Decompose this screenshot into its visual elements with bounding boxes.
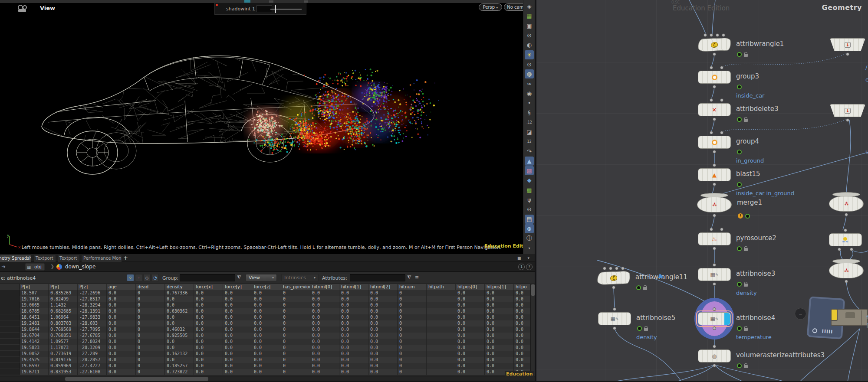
table-row[interactable]: 18.64511.06964-27.98330.000.00.00.00.000… bbox=[0, 314, 530, 320]
column-header[interactable]: hitnum bbox=[398, 284, 427, 290]
node-group4[interactable]: group4in_ground bbox=[698, 136, 731, 149]
lights-off-icon[interactable]: ⊘ bbox=[525, 31, 534, 40]
lock-icon[interactable]: ▣ bbox=[525, 21, 534, 30]
node-name[interactable]: attribnoise4 bbox=[736, 314, 775, 322]
attributes-input[interactable] bbox=[350, 274, 405, 281]
texture-checker-icon[interactable]: ▨ bbox=[525, 166, 534, 175]
node-attribdelete3[interactable]: ✕attribdelete3 bbox=[698, 103, 731, 116]
node-clipped[interactable]: ↓ bbox=[830, 104, 865, 117]
node-name[interactable]: blast15 bbox=[736, 170, 760, 178]
node-name[interactable]: merge1 bbox=[737, 199, 762, 206]
column-header[interactable]: hitpos[1] bbox=[485, 284, 514, 290]
table-row[interactable]: 19.65970.859969-27.42270.000.1852570.00.… bbox=[0, 363, 530, 369]
node-attribwrangle1[interactable]: ζattribwrangle1 bbox=[698, 38, 731, 51]
column-header[interactable]: has_pprevious bbox=[281, 284, 310, 290]
output-connector[interactable] bbox=[713, 326, 716, 330]
breadcrumb-obj[interactable]: ▦ obj bbox=[25, 263, 45, 271]
detail-mode-icon[interactable]: ◔ bbox=[151, 274, 159, 281]
node-name[interactable]: attribwrangle1 bbox=[736, 40, 784, 48]
input-connector[interactable] bbox=[720, 131, 723, 134]
table-row[interactable]: 19.67110.831953-27.61080.000.7238220.00.… bbox=[0, 369, 530, 375]
node-name[interactable]: group4 bbox=[736, 137, 759, 145]
node-attribnoise4[interactable]: ▦✎attribnoise4temperature bbox=[698, 312, 731, 325]
scroll-thumb[interactable] bbox=[531, 284, 535, 296]
stereo-glasses-icon[interactable]: ∞ bbox=[525, 79, 534, 88]
pane-tab-textport[interactable]: Textport✕ bbox=[58, 255, 79, 262]
prim-marker-icon[interactable]: ◪ bbox=[525, 127, 534, 137]
node-attribnoise5[interactable]: ▦✎attribnoise5density bbox=[598, 312, 631, 325]
table-row[interactable]: 19.58231.17073-28.32090.000.00.00.00.000… bbox=[0, 345, 530, 351]
background-image-icon[interactable]: ▤ bbox=[525, 215, 534, 224]
node-name[interactable]: pyrosource2 bbox=[736, 234, 776, 242]
output-connector[interactable] bbox=[846, 52, 849, 56]
node-name[interactable]: attribdelete3 bbox=[736, 105, 779, 113]
attributes-filter-icon[interactable]: ⧨ bbox=[407, 274, 411, 280]
output-connector[interactable] bbox=[713, 118, 716, 121]
input-connector[interactable] bbox=[613, 307, 616, 311]
material-sphere-icon[interactable]: ◍ bbox=[525, 69, 534, 78]
zoom-out-icon[interactable]: – bbox=[795, 308, 806, 320]
output-connector[interactable] bbox=[845, 280, 848, 283]
group-node-icon[interactable] bbox=[698, 136, 731, 149]
input-connector[interactable] bbox=[716, 33, 719, 37]
input-connector[interactable] bbox=[710, 33, 713, 37]
output-connector[interactable] bbox=[846, 118, 849, 122]
input-connector[interactable] bbox=[720, 98, 723, 102]
output-connector[interactable] bbox=[613, 326, 616, 330]
output-connector[interactable] bbox=[612, 286, 615, 289]
node-volumerasterizeattributes3[interactable]: ◍volumerasterizeattributes3 bbox=[698, 349, 731, 362]
multi-pass-icon[interactable]: ⊖ bbox=[525, 205, 534, 214]
breadcrumb-current[interactable]: down_slope bbox=[65, 264, 95, 270]
input-connector[interactable] bbox=[720, 228, 723, 231]
output-connector[interactable] bbox=[850, 248, 853, 251]
group-filter-icon[interactable]: ⧨ bbox=[237, 274, 241, 280]
column-header[interactable]: dead bbox=[136, 284, 165, 290]
intrinsics-dropdown[interactable]: Intrinsics▾ bbox=[281, 274, 319, 281]
hud-slider-value-field[interactable] bbox=[256, 5, 272, 12]
input-connector[interactable] bbox=[615, 267, 618, 270]
input-connector[interactable] bbox=[710, 228, 713, 231]
more-arrow-icon[interactable]: ▾ bbox=[525, 244, 534, 253]
hud-slider-handle[interactable] bbox=[275, 5, 276, 13]
vertices-mode-icon[interactable]: ◦ bbox=[135, 274, 142, 281]
node-attribnoise3[interactable]: ▦✎attribnoise3density bbox=[698, 268, 731, 281]
input-connector[interactable] bbox=[603, 267, 606, 270]
table-vertical-scrollbar[interactable] bbox=[530, 284, 535, 376]
group-node-icon[interactable] bbox=[698, 71, 731, 84]
merge-node-icon[interactable]: ⁂ bbox=[697, 197, 732, 212]
group-input[interactable] bbox=[180, 274, 235, 281]
pane-controls[interactable]: ■ ▾ bbox=[517, 256, 532, 260]
column-header[interactable]: P[x] bbox=[20, 284, 49, 290]
table-row[interactable]: 19.67040.760851-27.67850.000.9255050.00.… bbox=[0, 333, 530, 339]
table-row[interactable]: 19.24810.803703-28.6030.000.00.00.00.000… bbox=[0, 320, 530, 326]
uv-grid-icon[interactable]: ▩ bbox=[525, 186, 534, 195]
link-number-badge[interactable]: 1 bbox=[518, 264, 525, 270]
column-header[interactable]: hitpo bbox=[514, 284, 530, 290]
column-header[interactable]: P[y] bbox=[49, 284, 78, 290]
column-header[interactable]: force[y] bbox=[223, 284, 252, 290]
table-row[interactable]: 19.70160.82499-27.85170.000.00.00.00.000… bbox=[0, 296, 530, 302]
table-row[interactable]: 19.86440.769569-27.70950.000.460320.00.0… bbox=[0, 326, 530, 333]
input-connector[interactable] bbox=[713, 307, 716, 311]
node-name[interactable]: volumerasterizeattributes3 bbox=[736, 351, 825, 359]
viewport-canvas[interactable] bbox=[0, 0, 535, 254]
points-mode-icon[interactable]: ⁘ bbox=[127, 274, 134, 281]
input-connector[interactable] bbox=[609, 267, 612, 270]
output-connector[interactable] bbox=[713, 247, 716, 250]
add-tab-button[interactable]: + bbox=[123, 255, 128, 261]
input-connector[interactable] bbox=[704, 33, 707, 37]
network-editor[interactable]: O.SC Education Edition Geometry – IIIII … bbox=[535, 0, 868, 382]
input-connector[interactable] bbox=[713, 163, 716, 167]
output-connector[interactable] bbox=[713, 183, 716, 186]
column-header[interactable]: hitpath bbox=[427, 284, 456, 290]
delete-node-icon[interactable]: ✕ bbox=[698, 103, 731, 116]
output-connector[interactable] bbox=[713, 214, 716, 217]
prim-numbers-icon[interactable]: 12 bbox=[525, 137, 534, 146]
node-clipped[interactable]: ≈≈ bbox=[829, 233, 862, 246]
table-row[interactable]: 19.00520.773619-27.2890.000.1621320.00.0… bbox=[0, 351, 530, 357]
point-display-icon[interactable]: ◆ bbox=[525, 176, 534, 185]
input-connector[interactable] bbox=[722, 33, 725, 37]
output-connector[interactable] bbox=[713, 282, 716, 286]
help-badge[interactable]: ? bbox=[526, 264, 533, 270]
node-clipped[interactable]: ⁂! bbox=[829, 263, 864, 278]
